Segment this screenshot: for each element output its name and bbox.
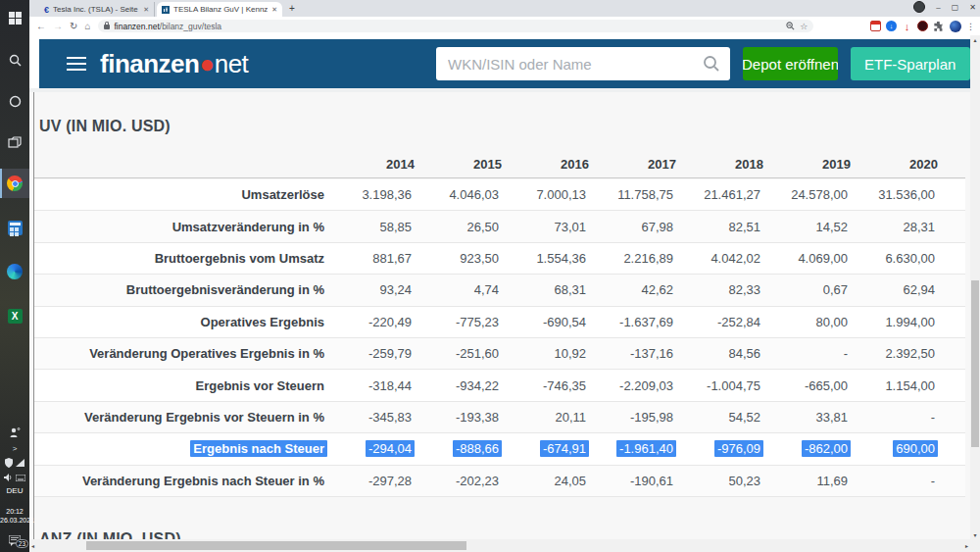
table-row[interactable]: Umsatzveränderung in % 58,8526,5073,0167… bbox=[34, 211, 965, 242]
cell-value: -2.209,03 bbox=[589, 378, 676, 393]
site-logo[interactable]: finanzen●net bbox=[100, 49, 248, 79]
cell-value: 33,81 bbox=[763, 410, 851, 425]
back-icon[interactable]: ← bbox=[36, 21, 46, 31]
home-icon[interactable]: ⌂ bbox=[84, 21, 90, 31]
vertical-scrollbar[interactable]: ▴ ▾ bbox=[970, 35, 980, 539]
taskbar-calculator-icon[interactable] bbox=[0, 213, 29, 242]
cell-value: -252,84 bbox=[676, 315, 763, 329]
task-view-icon[interactable] bbox=[0, 127, 29, 157]
cell-value: -1.961,40 bbox=[589, 441, 676, 456]
cell-value: 58,85 bbox=[327, 220, 415, 234]
cell-value: 2.392,50 bbox=[851, 346, 938, 361]
tab-title: TESLA Bilanz GuV | Kennzahlen | bbox=[173, 5, 268, 14]
taskbar-search-icon[interactable] bbox=[0, 45, 29, 75]
action-center-icon[interactable]: 23 bbox=[0, 530, 29, 550]
language-indicator[interactable]: DEU bbox=[0, 486, 29, 495]
tab-close-icon[interactable]: ✕ bbox=[143, 6, 149, 14]
cell-value: -746,35 bbox=[502, 378, 589, 393]
speaker-icon bbox=[4, 474, 13, 481]
taskbar-edge-icon[interactable] bbox=[0, 257, 29, 286]
cell-value: 82,33 bbox=[676, 282, 763, 297]
extension-red-window-icon[interactable] bbox=[870, 21, 881, 31]
vertical-scroll-thumb[interactable] bbox=[971, 280, 979, 447]
cell-value: -193,38 bbox=[415, 410, 502, 425]
horizontal-scroll-thumb[interactable] bbox=[86, 541, 466, 550]
extensions-puzzle-icon[interactable] bbox=[933, 21, 945, 32]
cell-value: -251,60 bbox=[415, 346, 502, 361]
cell-value: 11.758,75 bbox=[589, 187, 676, 202]
bookmark-star-icon[interactable]: ☆ bbox=[800, 22, 808, 31]
reload-icon[interactable]: ↻ bbox=[70, 21, 77, 31]
scrollbar-corner bbox=[970, 539, 980, 552]
horizontal-scrollbar[interactable]: ◂ ▸ bbox=[29, 539, 970, 552]
table-row[interactable]: Operatives Ergebnis -220,49-775,23-690,5… bbox=[34, 307, 965, 338]
cell-value: 14,52 bbox=[763, 220, 851, 234]
browser-window: € Tesla Inc. (TSLA) - Seite 509 - Am ✕ T… bbox=[29, 0, 980, 552]
cell-value: 93,24 bbox=[327, 282, 415, 297]
zoom-icon[interactable] bbox=[786, 22, 795, 30]
lock-icon[interactable] bbox=[104, 25, 110, 29]
cell-value: -345,83 bbox=[327, 410, 415, 425]
table-row[interactable]: Veränderung Operatives Ergebnis in % -25… bbox=[34, 338, 965, 370]
tray-shield-network-icons[interactable] bbox=[0, 456, 29, 470]
table-row[interactable]: Umsatzerlöse 3.198,364.046,037.000,1311.… bbox=[34, 179, 965, 211]
browser-profile-avatar[interactable] bbox=[950, 21, 961, 32]
etf-sparplan-button[interactable]: ETF-Sparplan bbox=[851, 47, 970, 80]
hidden-icons-chevron[interactable]: > bbox=[0, 441, 29, 455]
table-row[interactable]: Bruttoergebnis vom Umsatz 881,67923,501.… bbox=[34, 243, 965, 275]
cortana-icon[interactable] bbox=[0, 86, 29, 116]
extension-blue-circle-icon[interactable]: ↓ bbox=[886, 21, 897, 31]
browser-menu-kebab-icon[interactable]: ⋮ bbox=[966, 22, 975, 31]
cell-value: -297,28 bbox=[327, 474, 415, 488]
site-search-input[interactable] bbox=[446, 55, 703, 74]
cell-value: -674,91 bbox=[502, 441, 589, 456]
clock-time: 20:12 bbox=[6, 508, 24, 515]
table-row[interactable]: Veränderung Ergebnis vor Steuern in % -3… bbox=[34, 402, 965, 433]
table-row[interactable]: Bruttoergebnisveränderung in % 93,244,74… bbox=[34, 275, 965, 306]
cell-value: -862,00 bbox=[763, 441, 851, 456]
year-header: 2019 bbox=[763, 157, 851, 172]
taskbar-excel-icon[interactable]: X bbox=[0, 301, 29, 330]
tray-volume-keyboard-icons[interactable] bbox=[0, 471, 29, 484]
clock[interactable]: 20:12 26.03.2021 bbox=[0, 507, 29, 525]
cell-value: -220,49 bbox=[327, 315, 415, 329]
cell-value: 6.630,00 bbox=[851, 251, 938, 266]
cell-value: 67,98 bbox=[589, 220, 676, 234]
table-row[interactable]: Ergebnis nach Steuer -294,04-888,66-674,… bbox=[34, 433, 965, 465]
row-label: Ergebnis nach Steuer bbox=[34, 441, 327, 456]
year-header: 2014 bbox=[327, 157, 415, 172]
maximize-button[interactable]: ▢ bbox=[952, 3, 959, 12]
forward-icon[interactable]: → bbox=[53, 21, 63, 31]
touch-keyboard-icon bbox=[16, 475, 25, 481]
close-button[interactable]: ✕ bbox=[969, 3, 976, 12]
cell-value: -137,16 bbox=[589, 346, 676, 361]
scroll-right-arrow[interactable]: ▸ bbox=[965, 542, 968, 549]
cell-value: 923,50 bbox=[415, 251, 502, 266]
site-search-box[interactable] bbox=[436, 47, 730, 80]
tab-close-icon[interactable]: ✕ bbox=[271, 6, 277, 14]
extension-dark-circle-icon[interactable] bbox=[917, 21, 928, 31]
people-icon[interactable] bbox=[0, 424, 29, 441]
tab-strip: € Tesla Inc. (TSLA) - Seite 509 - Am ✕ T… bbox=[29, 0, 980, 17]
cell-value: 42,62 bbox=[589, 282, 676, 297]
taskbar-chrome-icon[interactable] bbox=[0, 169, 29, 198]
tab-finanzen-active[interactable]: TESLA Bilanz GuV | Kennzahlen | ✕ bbox=[157, 2, 282, 17]
scroll-up-arrow[interactable]: ▴ bbox=[970, 36, 980, 43]
tab-wallstreet[interactable]: € Tesla Inc. (TSLA) - Seite 509 - Am ✕ bbox=[39, 2, 155, 17]
start-button-icon[interactable] bbox=[0, 3, 29, 32]
hamburger-menu-icon[interactable] bbox=[67, 63, 86, 66]
address-bar[interactable]: finanzen.net/bilanz_guv/tesla ☆ bbox=[98, 20, 813, 32]
profile-circle-icon[interactable] bbox=[913, 1, 925, 13]
table-row[interactable]: Veränderung Ergebnis nach Steuer in % -2… bbox=[34, 466, 965, 497]
cell-value: - bbox=[851, 410, 938, 425]
cell-value: 62,94 bbox=[851, 282, 938, 297]
scroll-left-arrow[interactable]: ◂ bbox=[31, 542, 34, 549]
new-tab-button[interactable]: + bbox=[289, 3, 295, 14]
table-row[interactable]: Ergebnis vor Steuern -318,44-934,22-746,… bbox=[34, 370, 965, 401]
depot-eroeffnen-button[interactable]: Depot eröffnen bbox=[743, 47, 838, 80]
extension-download-arrow-icon[interactable]: ↓ bbox=[902, 21, 912, 31]
scroll-down-arrow[interactable]: ▾ bbox=[970, 531, 980, 538]
search-icon[interactable] bbox=[703, 55, 720, 73]
minimize-button[interactable]: – bbox=[936, 3, 940, 12]
cell-value: 1.154,00 bbox=[851, 378, 938, 393]
